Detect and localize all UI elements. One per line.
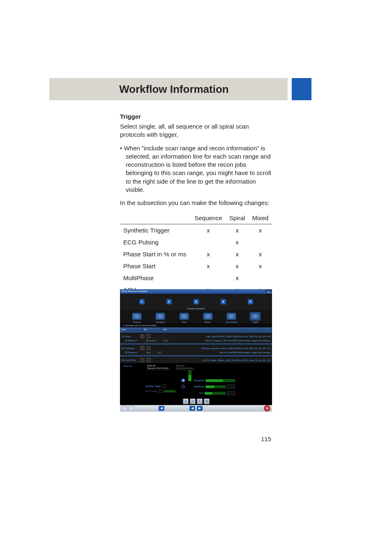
scan-rows: 01 ScanTopo, Spiral, 300mm, 120kV, ScanT…: [120, 332, 272, 363]
tab-label: Scan: [182, 321, 186, 323]
scan-row-checkbox[interactable]: [141, 358, 144, 362]
recon-cell-b[interactable]: all %: [155, 351, 164, 354]
row-cell: x: [226, 248, 249, 260]
wizard-steps-bar: 12345 Change parameters: [120, 294, 272, 310]
scan-row-checkbox-2[interactable]: [147, 334, 150, 338]
table-row: Synthetic Triggerxxx: [120, 224, 272, 237]
th-mixed: Mixed: [249, 212, 272, 224]
table-row: ECG Pulsingx: [120, 236, 272, 248]
header-blue-block: [292, 78, 311, 100]
row-cell: [191, 272, 226, 284]
recon-cell-a[interactable]: Heart: [144, 351, 153, 354]
acv-slider[interactable]: [205, 392, 226, 395]
category-tabs: ProtocolTopogramScanReconAuto taskingTri…: [120, 310, 272, 323]
multiphase-value[interactable]: [227, 385, 235, 389]
footer-btn-1[interactable]: [122, 405, 127, 411]
row-cell: x: [226, 236, 249, 248]
tab-icon: [250, 313, 260, 320]
header-grey-bar: Workflow Information: [49, 78, 288, 100]
wizard-step-4[interactable]: 4: [221, 299, 226, 305]
table-header-row: Sequence Spiral Mixed: [120, 212, 272, 224]
row-label: MultiPhase: [120, 272, 191, 284]
row-cell: [249, 236, 272, 248]
grid-header: Scan Sel Info ▴: [120, 327, 272, 332]
header-band: Workflow Information: [0, 78, 392, 100]
wizard-step-5[interactable]: 5: [248, 299, 253, 305]
ecg-pulsing-checkbox[interactable]: [159, 389, 162, 393]
window-title: Scan Protocol Assistant: [122, 290, 148, 292]
subbar: ▸ Including scan & recon information: [120, 323, 272, 327]
tab-recon[interactable]: Recon: [198, 313, 218, 323]
footer-nav: ◀ ▶: [189, 406, 203, 411]
next-button[interactable]: ▶: [197, 406, 203, 411]
acv-value[interactable]: [227, 391, 235, 395]
row-cell: x: [226, 260, 249, 272]
phasestart-slider[interactable]: [205, 379, 235, 382]
footer-back-button[interactable]: ◀: [159, 406, 164, 411]
multiphase-radio[interactable]: [182, 385, 185, 388]
tab-topogram[interactable]: Topogram: [150, 313, 171, 323]
recon-info: Slice 3.0, Acqwend 1, 500, Kernel B40f s…: [173, 340, 270, 342]
changes-table: Sequence Spiral Mixed Synthetic Triggerx…: [120, 212, 272, 296]
scan-row-checkbox[interactable]: [141, 334, 144, 338]
tab-icon: [155, 313, 165, 320]
botbtn-1[interactable]: ⎙: [183, 398, 189, 404]
footer-btn-2[interactable]: [129, 405, 134, 411]
row-cell: [249, 272, 272, 284]
botbtn-4[interactable]: ☰: [204, 398, 210, 404]
th-blank: [120, 212, 191, 224]
scan-row-label: 02 CaScore: [122, 347, 141, 350]
multiphase-slider[interactable]: [205, 385, 226, 388]
botbtn-3[interactable]: ✎: [197, 398, 203, 404]
ecg-pulsing-label: ECG Pulsing: [145, 390, 157, 392]
phasestart-radio[interactable]: [182, 379, 185, 382]
scan-row: 01 ScanTopo, Spiral, 300mm, 120kV, ScanT…: [120, 333, 272, 343]
lower-editor-panel: Select All Select All Sequence Scan Entr…: [120, 363, 272, 412]
ecg-pulsing-slider[interactable]: [164, 390, 175, 392]
scan-row: 02 CaScoreCaScSeq, Sequence, 40mm, 120kV…: [120, 345, 272, 355]
wizard-step-badge: 1: [139, 299, 145, 304]
gridhead-sel: Sel: [143, 327, 162, 332]
synthetic-trigger-row: Synthetic Trigger: [145, 385, 175, 388]
tab-icon: [132, 313, 142, 320]
tab-trigger[interactable]: Trigger: [245, 313, 265, 323]
stop-button[interactable]: ■: [264, 405, 270, 412]
wizard-step-2[interactable]: 2: [166, 299, 172, 305]
row-cell: x: [249, 248, 272, 260]
phasestart-label: PhaseStart: [186, 379, 205, 382]
recon-cell-a[interactable]: Reconstruct: [144, 339, 159, 342]
synthetic-trigger-checkbox[interactable]: [163, 385, 166, 388]
subtab-spiral[interactable]: Select All Spiral Scan Entries: [175, 364, 194, 370]
wizard-subtitle: Change parameters: [120, 307, 272, 310]
tab-auto-tasking[interactable]: Auto tasking: [221, 313, 242, 323]
tab-icon: [226, 313, 236, 320]
table-row: Phase Start in % or msxxx: [120, 248, 272, 260]
footer-bar: ◀ ◀ ▶ ■: [120, 405, 272, 412]
prev-button[interactable]: ◀: [189, 406, 195, 411]
botbtn-refresh-icon[interactable]: ↺: [190, 398, 196, 404]
recon-row-label: 02 Recon 1: [122, 351, 144, 354]
scan-row-label: 01 Scan: [122, 335, 141, 338]
multiphase-label: MultiPhase: [186, 385, 205, 388]
scroll-up-icon[interactable]: ▴: [265, 289, 271, 292]
wizard-step-1[interactable]: 1: [139, 299, 145, 305]
scan-row-checkbox-2[interactable]: [147, 358, 150, 362]
tab-scan[interactable]: Scan: [174, 313, 194, 323]
recon-cell-b[interactable]: all %: [161, 339, 170, 342]
scan-row-checkbox[interactable]: [141, 346, 144, 350]
scan-row-info: CorCTA, Spiral, 200mm, 120kV, ScanTime 1…: [153, 359, 270, 362]
row-cell: x: [226, 224, 249, 237]
wizard-step-3[interactable]: 3: [194, 299, 199, 305]
side-controls: Synthetic Trigger ECG Pulsing: [145, 385, 175, 394]
subtab-sequence[interactable]: Select All Sequence Scan Entries: [146, 364, 169, 370]
scan-row-info: Topo, Spiral, 300mm, 120kV, ScanTime 4.1…: [153, 335, 270, 338]
scan-row-checkbox-2[interactable]: [147, 346, 150, 350]
row-cell: x: [249, 224, 272, 237]
row-label: ECG Pulsing: [120, 236, 191, 248]
table-row: Phase Startxxx: [120, 260, 272, 272]
subbar-note: Including scan & recon information: [125, 324, 157, 327]
wizard-step-badge: 5: [248, 299, 253, 304]
tab-label: Recon: [205, 321, 211, 323]
tab-protocol[interactable]: Protocol: [127, 313, 147, 323]
tab-label: Trigger: [252, 321, 258, 323]
